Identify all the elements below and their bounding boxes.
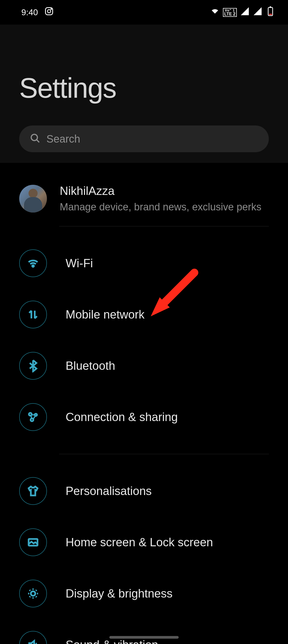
sound-icon [19, 631, 47, 644]
settings-item-label: Wi-Fi [66, 257, 93, 270]
settings-item-home-lock-screen[interactable]: Home screen & Lock screen [0, 517, 288, 568]
signal-icon [240, 6, 250, 18]
settings-item-label: Connection & sharing [66, 410, 178, 424]
wifi-icon [210, 6, 220, 18]
svg-rect-5 [269, 14, 272, 15]
battery-icon [266, 6, 275, 18]
instagram-icon [44, 6, 54, 18]
account-name: NikhilAzza [60, 184, 261, 198]
svg-point-1 [47, 10, 51, 13]
signal-icon-2 [253, 6, 262, 18]
search-icon [30, 133, 41, 145]
account-subtitle: Manage device, brand news, exclusive per… [60, 201, 261, 213]
bluetooth-icon [19, 352, 47, 380]
settings-item-connection-sharing[interactable]: Connection & sharing [0, 391, 288, 443]
settings-item-wifi[interactable]: Wi-Fi [0, 238, 288, 289]
avatar [19, 185, 47, 213]
settings-item-label: Sound & vibration [66, 638, 158, 644]
shirt-icon [19, 477, 47, 505]
svg-point-10 [35, 414, 37, 416]
wifi-icon [19, 249, 47, 277]
account-row[interactable]: NikhilAzza Manage device, brand news, ex… [0, 163, 288, 226]
settings-item-label: Display & brightness [66, 587, 173, 600]
svg-point-8 [32, 265, 34, 267]
svg-point-13 [31, 591, 35, 596]
status-time: 9:40 [21, 7, 38, 17]
svg-point-9 [29, 413, 31, 415]
svg-point-2 [51, 9, 52, 9]
navigation-handle[interactable] [109, 636, 179, 639]
settings-item-bluetooth[interactable]: Bluetooth [0, 340, 288, 391]
mobile-data-icon [19, 301, 47, 328]
settings-item-label: Home screen & Lock screen [66, 536, 213, 549]
image-icon [19, 528, 47, 556]
settings-item-label: Bluetooth [66, 359, 115, 372]
search-bar[interactable] [19, 125, 269, 152]
search-input[interactable] [46, 133, 258, 145]
connection-icon [19, 403, 47, 431]
brightness-icon [19, 580, 47, 607]
settings-item-label: Personalisations [66, 484, 152, 498]
svg-rect-4 [270, 6, 271, 7]
settings-item-label: Mobile network [66, 308, 145, 321]
page-title: Settings [0, 27, 288, 125]
svg-line-7 [37, 140, 39, 142]
volte-icon: Vo" 1LTE 2 [223, 8, 237, 17]
settings-item-mobile-network[interactable]: Mobile network [0, 289, 288, 340]
settings-item-sound-vibration[interactable]: Sound & vibration [0, 619, 288, 644]
status-bar: 9:40 Vo" 1LTE 2 [0, 0, 288, 25]
settings-item-display-brightness[interactable]: Display & brightness [0, 568, 288, 619]
header-region: Settings [0, 25, 288, 163]
svg-point-6 [31, 134, 37, 140]
settings-item-personalisations[interactable]: Personalisations [0, 465, 288, 517]
